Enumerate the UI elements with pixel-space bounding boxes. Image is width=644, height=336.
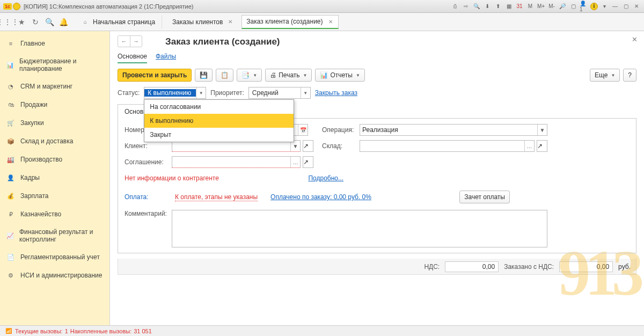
star-icon[interactable]: ★	[17, 18, 26, 26]
sidebar-item-hr[interactable]: 👤Кадры	[0, 169, 109, 187]
sidebar-item-warehouse[interactable]: 📦Склад и доставка	[0, 132, 109, 150]
close-icon[interactable]: ✕	[228, 19, 232, 25]
ordered-label: Заказано с НДС:	[504, 263, 554, 271]
search-icon[interactable]: 🔍	[45, 18, 54, 26]
zoom-icon[interactable]: 🔎	[558, 2, 567, 11]
apps-icon[interactable]: ⋮⋮⋮	[3, 18, 12, 26]
help-button[interactable]: ?	[623, 69, 636, 82]
credit-payment-button[interactable]: Зачет оплаты	[459, 191, 510, 203]
factory-icon: 🏭	[6, 155, 15, 164]
download-icon[interactable]: ⬇	[483, 2, 492, 11]
basis-icon: 📑	[241, 71, 250, 79]
send-icon[interactable]: ⇨	[462, 2, 470, 11]
status-dropdown[interactable]: К выполнению ▼ На согласовании К выполне…	[144, 87, 206, 99]
sidebar-item-production[interactable]: 🏭Производство	[0, 150, 109, 169]
toolbar: Провести и закрыть 💾 📋 📑▼ 🖨Печать▼ 📊Отче…	[110, 67, 644, 86]
status-option[interactable]: На согласовании	[144, 100, 294, 114]
post-button[interactable]: 📋	[216, 69, 233, 82]
minimize-icon[interactable]: —	[611, 2, 619, 11]
calc-icon[interactable]: ▦	[504, 2, 513, 11]
perf-icon: 📶	[4, 327, 13, 335]
app-menu-icon[interactable]	[13, 3, 20, 10]
status-value: К выполнению	[144, 89, 196, 97]
search-hdr-icon[interactable]: 🔍	[472, 2, 481, 11]
menu-icon: ≡	[6, 39, 15, 48]
upload-icon[interactable]: ⬆	[494, 2, 502, 11]
paid-link[interactable]: Оплачено по заказу: 0,00 руб. 0%	[270, 193, 371, 201]
nav-arrows: ← →	[118, 35, 142, 47]
warehouse-input[interactable]: …	[360, 140, 535, 152]
back-icon[interactable]: ←	[118, 36, 130, 47]
home-icon: ⌂	[81, 18, 90, 26]
post-and-close-button[interactable]: Провести и закрыть	[118, 69, 192, 82]
ellipsis-icon[interactable]: …	[290, 157, 300, 167]
subtab-main[interactable]: Основное	[118, 53, 147, 63]
m-plus-icon[interactable]: M+	[537, 2, 545, 11]
close-page-icon[interactable]: ✕	[632, 35, 638, 43]
sidebar-item-fin[interactable]: 📈Финансовый результат и контроллинг	[0, 223, 109, 248]
maximize-icon[interactable]: ▢	[621, 2, 630, 11]
m-minus-icon[interactable]: M-	[547, 2, 556, 11]
sidebar-item-treasury[interactable]: ₽Казначейство	[0, 205, 109, 223]
reports-button[interactable]: 📊Отчеты▼	[315, 69, 364, 82]
sidebar-item-purchases[interactable]: 🛒Закупки	[0, 114, 109, 132]
close-window-icon[interactable]: ✕	[632, 2, 641, 11]
basis-button[interactable]: 📑▼	[237, 69, 262, 82]
print-icon[interactable]: ⎙	[451, 2, 459, 11]
save-button[interactable]: 💾	[195, 69, 213, 82]
print-button[interactable]: 🖨Печать▼	[265, 69, 312, 82]
tab-orders[interactable]: Заказы клиентов ✕	[167, 15, 238, 29]
more-button[interactable]: Еще▼	[590, 69, 620, 82]
warning-more-link[interactable]: Подробно...	[308, 174, 343, 182]
operation-input[interactable]: Реализация▼	[360, 124, 547, 136]
titlebar-right-icons: ⎙ ⇨ 🔍 ⬇ ⬆ ▦ 31 M M+ M- 🔎 ▢ 👤1 i ▾ — ▢ ✕	[451, 2, 641, 11]
tab-home[interactable]: ⌂ Начальная страница	[76, 15, 162, 29]
comment-textarea[interactable]	[172, 210, 547, 247]
sidebar-item-reg[interactable]: 📄Регламентированный учет	[0, 248, 109, 266]
forward-icon[interactable]: →	[130, 36, 142, 47]
chevron-down-icon[interactable]: ▼	[537, 125, 547, 135]
print-icon: 🖨	[270, 71, 276, 79]
status-option[interactable]: Закрыт	[144, 128, 294, 142]
sidebar-item-budgeting[interactable]: 📊Бюджетирование и планирование	[0, 53, 109, 77]
sidebar-item-nsi[interactable]: ⚙НСИ и администрирование	[0, 266, 109, 284]
user-hdr-icon[interactable]: 👤1	[580, 2, 588, 11]
history-icon[interactable]: ↻	[31, 18, 40, 26]
open-icon[interactable]: ↗	[303, 156, 313, 168]
close-icon[interactable]: ✕	[328, 19, 333, 25]
panel-icon[interactable]: ▢	[569, 2, 577, 11]
ellipsis-icon[interactable]: …	[524, 141, 534, 151]
m-icon[interactable]: M	[526, 2, 535, 11]
open-icon[interactable]: ↗	[303, 140, 313, 152]
chevron-down-icon[interactable]: ▼	[301, 87, 310, 98]
bell-icon[interactable]: 🔔	[59, 18, 68, 26]
info-icon[interactable]: i	[590, 3, 598, 10]
status-bar: 📶 Текущие вызовы: 1 Накопленные вызовы: …	[0, 325, 644, 336]
agreement-input[interactable]: …	[172, 156, 301, 168]
status-option-selected[interactable]: К выполнению	[144, 114, 294, 128]
sidebar-item-sales[interactable]: 🛍Продажи	[0, 96, 109, 114]
payment-label: Оплата:	[125, 193, 162, 201]
chevron-down-icon[interactable]: ▼	[196, 87, 206, 98]
sidebar-item-main[interactable]: ≡Главное	[0, 34, 109, 53]
priority-dropdown[interactable]: Средний ▼	[248, 87, 311, 99]
doc-icon: 📄	[6, 253, 15, 261]
calendar-icon[interactable]: 31	[515, 2, 524, 11]
tab-new-order[interactable]: Заказ клиента (создание) ✕	[241, 15, 338, 29]
current-calls-value: 1	[65, 328, 68, 334]
save-icon: 💾	[200, 71, 208, 79]
sidebar-item-crm[interactable]: ◔CRM и маркетинг	[0, 77, 109, 96]
sidebar-item-salary[interactable]: 💰Зарплата	[0, 187, 109, 205]
close-order-link[interactable]: Закрыть заказ	[315, 89, 357, 97]
subtab-files[interactable]: Файлы	[156, 53, 176, 63]
calendar-icon[interactable]: 📅	[298, 125, 308, 135]
payment-plan-link[interactable]: К оплате, этапы не указаны	[175, 193, 258, 201]
chevron-down-icon[interactable]: ▼	[290, 141, 300, 151]
nds-value: 0,00	[445, 261, 499, 272]
open-icon[interactable]: ↗	[537, 140, 547, 152]
box-icon: 📦	[6, 137, 15, 145]
client-label: Клиент:	[125, 142, 166, 150]
user-icon: 👤	[6, 173, 15, 182]
window-title: [КОПИЯ] 1С:Комплексная автоматизация 2 (…	[24, 3, 451, 10]
page-title: Заказ клиента (создание)	[165, 36, 280, 47]
